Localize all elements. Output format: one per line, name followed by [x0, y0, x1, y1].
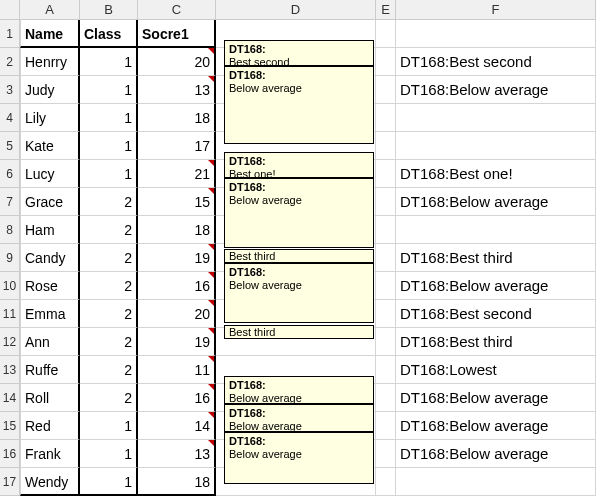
row-header[interactable]: 5 [0, 132, 20, 160]
row-header[interactable]: 15 [0, 412, 20, 440]
cell-class[interactable]: 1 [80, 48, 138, 76]
row-header[interactable]: 2 [0, 48, 20, 76]
cell-name[interactable]: Ann [20, 328, 80, 356]
cell-score[interactable]: 11 [138, 356, 216, 384]
cell-comment-text[interactable]: DT168:Below average [396, 272, 596, 300]
comment-note[interactable]: DT168:Below average [224, 263, 374, 323]
col-header-F[interactable]: F [396, 0, 596, 20]
cell-name[interactable]: Ruffe [20, 356, 80, 384]
row-header[interactable]: 4 [0, 104, 20, 132]
comment-marker-icon[interactable] [208, 188, 214, 194]
row-header[interactable]: 10 [0, 272, 20, 300]
cell-score[interactable]: 21 [138, 160, 216, 188]
cell-class[interactable]: 1 [80, 132, 138, 160]
cell-name[interactable]: Lily [20, 104, 80, 132]
comment-note[interactable]: DT168:Below average [224, 376, 374, 404]
cell-score[interactable]: 18 [138, 468, 216, 496]
cell-score[interactable]: 19 [138, 328, 216, 356]
cell-name[interactable]: Candy [20, 244, 80, 272]
comment-marker-icon[interactable] [208, 356, 214, 362]
cell-score[interactable]: 18 [138, 216, 216, 244]
cell-class[interactable]: 1 [80, 440, 138, 468]
cell-class[interactable]: 1 [80, 412, 138, 440]
cell-score[interactable]: 13 [138, 76, 216, 104]
cell-name[interactable]: Henrry [20, 48, 80, 76]
cell-E[interactable] [376, 76, 396, 104]
cell-name[interactable]: Wendy [20, 468, 80, 496]
cell-score[interactable]: 15 [138, 188, 216, 216]
cell-comment-text[interactable]: DT168:Below average [396, 188, 596, 216]
cell-A1[interactable]: Name [20, 20, 80, 48]
row-header[interactable]: 9 [0, 244, 20, 272]
comment-marker-icon[interactable] [208, 300, 214, 306]
cell-E[interactable] [376, 300, 396, 328]
cell-name[interactable]: Lucy [20, 160, 80, 188]
cell-comment-text[interactable]: DT168:Best third [396, 244, 596, 272]
cell-E[interactable] [376, 412, 396, 440]
cell-E[interactable] [376, 356, 396, 384]
comment-marker-icon[interactable] [208, 440, 214, 446]
cell-score[interactable]: 20 [138, 300, 216, 328]
comment-marker-icon[interactable] [208, 160, 214, 166]
cell-class[interactable]: 2 [80, 300, 138, 328]
row-header[interactable]: 3 [0, 76, 20, 104]
cell-class[interactable]: 2 [80, 328, 138, 356]
cell-E[interactable] [376, 384, 396, 412]
row-header[interactable]: 16 [0, 440, 20, 468]
row-header[interactable]: 12 [0, 328, 20, 356]
comment-note[interactable]: DT168:Below average [224, 66, 374, 144]
cell-class[interactable]: 1 [80, 76, 138, 104]
cell-name[interactable]: Rose [20, 272, 80, 300]
col-header-C[interactable]: C [138, 0, 216, 20]
cell-score[interactable]: 13 [138, 440, 216, 468]
cell-E[interactable] [376, 272, 396, 300]
cell-score[interactable]: 14 [138, 412, 216, 440]
cell-class[interactable]: 2 [80, 188, 138, 216]
comment-note[interactable]: DT168:Best second [224, 40, 374, 66]
comment-note[interactable]: DT168:Below average [224, 178, 374, 248]
cell-score[interactable]: 16 [138, 272, 216, 300]
col-header-B[interactable]: B [80, 0, 138, 20]
cell-score[interactable]: 18 [138, 104, 216, 132]
cell-E[interactable] [376, 48, 396, 76]
cell-name[interactable]: Grace [20, 188, 80, 216]
comment-note[interactable]: Best third [224, 325, 374, 339]
comment-marker-icon[interactable] [208, 328, 214, 334]
comment-marker-icon[interactable] [208, 272, 214, 278]
comment-marker-icon[interactable] [208, 48, 214, 54]
col-header-A[interactable]: A [20, 0, 80, 20]
cell-E[interactable] [376, 440, 396, 468]
cell-class[interactable]: 2 [80, 216, 138, 244]
cell-comment-text[interactable]: DT168:Lowest [396, 356, 596, 384]
cell-E[interactable] [376, 160, 396, 188]
cell-name[interactable]: Judy [20, 76, 80, 104]
col-header-E[interactable]: E [376, 0, 396, 20]
select-all-corner[interactable] [0, 0, 20, 20]
cell-E[interactable] [376, 328, 396, 356]
cell-score[interactable]: 19 [138, 244, 216, 272]
cell-class[interactable]: 2 [80, 384, 138, 412]
cell-comment-text[interactable]: DT168:Below average [396, 440, 596, 468]
comment-marker-icon[interactable] [208, 244, 214, 250]
cell-E[interactable] [376, 104, 396, 132]
cell-E1[interactable] [376, 20, 396, 48]
cell-F1[interactable] [396, 20, 596, 48]
cell-name[interactable]: Emma [20, 300, 80, 328]
cell-class[interactable]: 1 [80, 104, 138, 132]
cell-E[interactable] [376, 132, 396, 160]
cell-name[interactable]: Roll [20, 384, 80, 412]
cell-comment-text[interactable]: DT168:Below average [396, 76, 596, 104]
cell-class[interactable]: 1 [80, 160, 138, 188]
cell-class[interactable]: 2 [80, 272, 138, 300]
comment-marker-icon[interactable] [208, 76, 214, 82]
row-header[interactable]: 1 [0, 20, 20, 48]
comment-note[interactable]: DT168:Below average [224, 432, 374, 484]
cell-comment-text[interactable] [396, 132, 596, 160]
row-header[interactable]: 11 [0, 300, 20, 328]
cell-name[interactable]: Ham [20, 216, 80, 244]
cell-C1[interactable]: Socre1 [138, 20, 216, 48]
cell-class[interactable]: 2 [80, 356, 138, 384]
cell-comment-text[interactable] [396, 104, 596, 132]
cell-name[interactable]: Frank [20, 440, 80, 468]
row-header[interactable]: 17 [0, 468, 20, 496]
